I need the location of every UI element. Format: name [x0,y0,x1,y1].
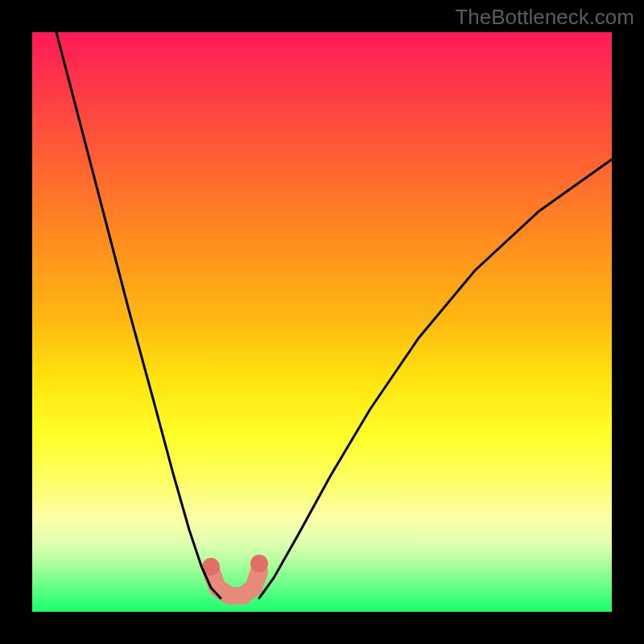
trough-dot-right [250,555,268,572]
watermark-text: TheBottleneck.com [455,5,634,30]
chart-plot-area [32,32,612,612]
chart-svg [32,32,612,612]
bottleneck-curve-left [56,32,221,598]
optimal-range-marker [211,570,259,596]
chart-frame: TheBottleneck.com [0,0,644,644]
bottleneck-curve-right [259,159,612,598]
